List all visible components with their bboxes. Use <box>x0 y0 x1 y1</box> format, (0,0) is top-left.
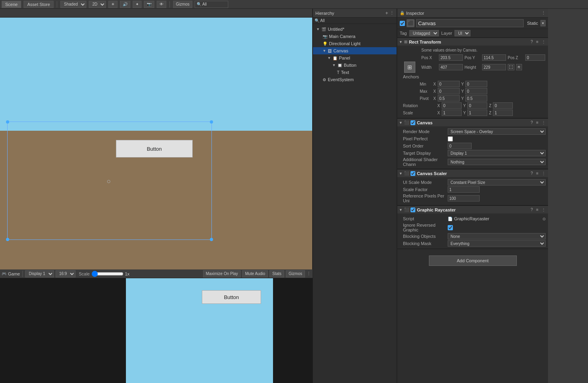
canvas-component-header[interactable]: ▼ ⬛ Canvas ? ≡ ⋮ <box>397 118 548 126</box>
script-target-icon[interactable]: ⊙ <box>542 217 546 221</box>
corner-bl[interactable] <box>6 238 9 241</box>
scene-viewport[interactable]: Button ↕ <box>0 18 312 269</box>
rot-z-input[interactable] <box>493 102 513 109</box>
anchor-min-x[interactable] <box>438 81 460 87</box>
layer-select[interactable]: UI <box>454 30 470 36</box>
width-height-row: ⊞ Width Height ⛶ R <box>397 61 548 73</box>
object-name-input[interactable] <box>416 19 524 27</box>
additional-shader-select[interactable]: Nothing <box>448 159 546 165</box>
constrain-btn[interactable]: ⛶ <box>508 64 514 70</box>
game-menu-icon[interactable]: ⋮ <box>307 271 311 276</box>
canvas-scaler-header[interactable]: ▼ ⬛ Canvas Scaler ? ≡ ⋮ <box>397 169 548 177</box>
tab-asset-store[interactable]: Asset Store <box>24 1 54 8</box>
hier-item-canvas[interactable]: ▼ 🖼 Canvas <box>313 47 397 54</box>
scale-z-input[interactable] <box>493 110 513 116</box>
rect-more-btn[interactable]: ⋮ <box>541 40 546 44</box>
height-input[interactable] <box>482 64 506 70</box>
corner-br[interactable] <box>210 238 213 241</box>
anchor-visual-area[interactable]: ⊞ <box>400 62 420 73</box>
game-ratio-select[interactable]: 16:9 <box>56 270 76 277</box>
rot-x-input[interactable] <box>442 102 462 109</box>
stats-btn[interactable]: Stats <box>269 270 284 277</box>
anchor-max-y[interactable] <box>465 88 487 94</box>
insp-menu-btn[interactable]: ⋮ <box>541 10 546 16</box>
scene-button-widget[interactable]: Button <box>116 140 193 158</box>
corner-tr[interactable] <box>210 120 213 124</box>
corner-tl[interactable] <box>6 120 9 124</box>
blocking-mask-select[interactable]: Everything <box>448 240 546 247</box>
scene-search-input[interactable] <box>202 2 226 6</box>
add-component-button[interactable]: Add Component <box>429 255 517 266</box>
pos-y-input[interactable] <box>482 54 506 61</box>
target-display-select[interactable]: Display 1 <box>448 150 546 156</box>
blueprint-btn[interactable]: R <box>516 64 522 70</box>
audio-btn[interactable]: 🔊 <box>120 1 130 8</box>
raycaster-help-btn[interactable]: ? <box>530 207 534 212</box>
mute-btn[interactable]: Mute Audio <box>242 270 268 277</box>
canvas-more-btn[interactable]: ⋮ <box>541 120 546 125</box>
raycaster-settings-btn[interactable]: ≡ <box>535 207 539 212</box>
hierarchy-search-input[interactable] <box>320 18 395 23</box>
pixel-perfect-checkbox[interactable] <box>448 136 453 142</box>
ui-scale-mode-select[interactable]: Constant Pixel Size <box>448 179 546 186</box>
hierarchy-menu-btn[interactable]: ⋮ <box>390 10 394 16</box>
hier-item-button[interactable]: ▼ 🔲 Button <box>313 62 397 69</box>
raycaster-enabled-checkbox[interactable] <box>411 207 415 212</box>
anchor-max-x[interactable] <box>438 88 460 94</box>
inspector-lock-icon[interactable]: 🔒 <box>400 11 405 15</box>
rect-settings-btn[interactable]: ≡ <box>535 40 539 44</box>
scaler-help-btn[interactable]: ? <box>530 171 534 176</box>
canvas-enabled-checkbox[interactable] <box>411 120 415 125</box>
hier-item-text[interactable]: T Text <box>313 69 397 76</box>
scale-factor-input[interactable] <box>448 186 480 193</box>
rot-y-input[interactable] <box>467 102 487 109</box>
hier-item-main-camera[interactable]: 📷 Main Camera <box>313 33 397 40</box>
scaler-enabled-checkbox[interactable] <box>411 171 415 176</box>
fx-btn[interactable]: ✦ <box>133 1 142 8</box>
tab-scene[interactable]: Scene <box>2 1 21 8</box>
shading-dropdown[interactable]: Shaded <box>60 1 86 8</box>
graphic-raycaster-header[interactable]: ▼ ⬛ Graphic Raycaster ? ≡ ⋮ <box>397 205 548 213</box>
rect-transform-section: Some values driven by Canvas. Pos X Pos … <box>397 46 548 118</box>
scale-y-input[interactable] <box>467 110 487 116</box>
game-display-select[interactable]: Display 1 <box>25 270 54 277</box>
raycaster-arrow: ▼ <box>399 208 403 212</box>
game-gizmos-btn[interactable]: Gizmos <box>286 270 305 277</box>
scale-slider[interactable] <box>92 271 124 277</box>
pivot-y-input[interactable] <box>465 95 487 102</box>
object-active-checkbox[interactable] <box>400 21 405 26</box>
hier-item-untitled[interactable]: ▼ 🎬 Untitled* <box>313 26 397 33</box>
maximize-btn[interactable]: Maximize On Play <box>203 270 241 277</box>
rect-help-btn[interactable]: ? <box>530 40 534 44</box>
gizmos-btn2[interactable]: 👁 <box>157 1 166 8</box>
render-mode-label: Render Mode <box>400 129 448 134</box>
pivot-x-input[interactable] <box>438 95 460 102</box>
raycaster-more-btn[interactable]: ⋮ <box>541 207 546 212</box>
mode-dropdown[interactable]: 2D <box>89 1 106 8</box>
canvas-settings-btn[interactable]: ≡ <box>535 120 539 125</box>
ignore-reversed-checkbox[interactable] <box>448 225 453 230</box>
width-input[interactable] <box>439 64 463 70</box>
canvas-help-btn[interactable]: ? <box>530 120 534 125</box>
pos-z-input[interactable] <box>525 54 545 61</box>
static-dropdown-btn[interactable]: ▾ <box>540 20 546 26</box>
scene-cam-btn[interactable]: 📷 <box>144 1 154 8</box>
render-mode-select[interactable]: Screen Space - Overlay <box>448 128 546 135</box>
hierarchy-add-btn[interactable]: + <box>385 10 388 16</box>
blocking-objects-select[interactable]: None <box>448 233 546 239</box>
ref-pixels-input[interactable] <box>448 195 480 201</box>
sort-order-input[interactable] <box>448 143 472 149</box>
game-viewport[interactable]: Button <box>0 278 313 383</box>
scale-x-input[interactable] <box>442 110 462 116</box>
scaler-more-btn[interactable]: ⋮ <box>541 171 546 176</box>
hier-item-dir-light[interactable]: 💡 Directional Light <box>313 40 397 47</box>
scaler-settings-btn[interactable]: ≡ <box>535 171 539 176</box>
hier-item-eventsystem[interactable]: ⚙ EventSystem <box>313 76 397 83</box>
hier-item-panel[interactable]: ▼ 📋 Panel <box>313 54 397 62</box>
tag-select[interactable]: Untagged <box>409 30 439 36</box>
anchor-min-y[interactable] <box>465 81 487 87</box>
gizmos-dropdown[interactable]: Gizmos <box>173 1 192 8</box>
rect-transform-header[interactable]: ▼ ⊞ Rect Transform ? ≡ ⋮ <box>397 38 548 46</box>
pos-x-input[interactable] <box>439 54 463 61</box>
lighting-btn[interactable]: ☀ <box>108 1 118 8</box>
